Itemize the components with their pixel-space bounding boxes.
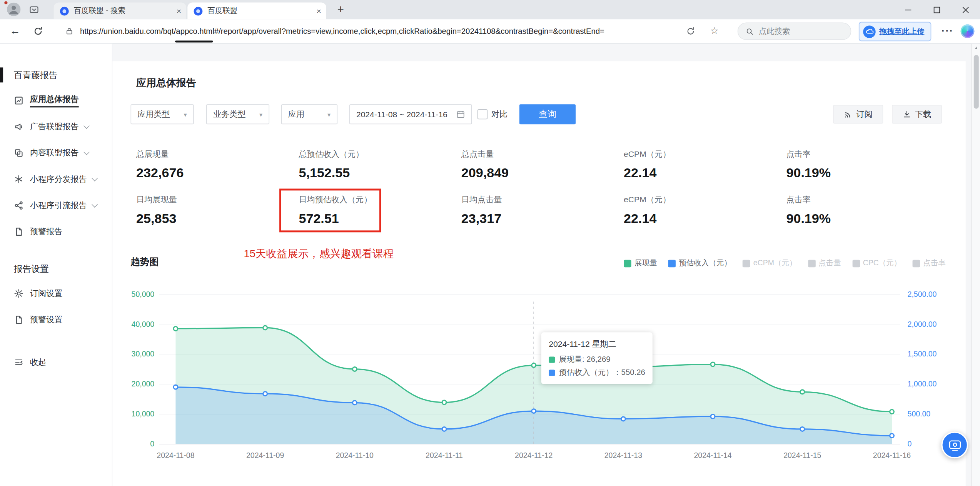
sidebar-item-alert[interactable]: 预警设置 xyxy=(0,307,112,333)
settings-more-icon[interactable]: ··· xyxy=(941,24,953,37)
trend-chart[interactable]: 010,00020,00030,00040,00050,0000500.001,… xyxy=(130,278,945,472)
svg-text:2024-11-16: 2024-11-16 xyxy=(873,451,911,459)
date-range-value: 2024-11-08 ~ 2024-11-16 xyxy=(356,110,447,119)
stat-label: eCPM（元） xyxy=(624,149,786,160)
stat-label: 点击率 xyxy=(786,194,948,205)
svg-text:2024-11-14: 2024-11-14 xyxy=(694,451,731,459)
legend-item[interactable]: 点击率 xyxy=(913,258,946,269)
tab-actions-icon[interactable] xyxy=(29,4,40,15)
sidebar-item-distribute[interactable]: 小程序分发报告 xyxy=(0,166,112,192)
chevron-down-icon xyxy=(83,123,90,129)
rss-icon xyxy=(844,110,853,119)
stat-label: 总预估收入（元） xyxy=(299,149,461,160)
stat-cell: 日均展现量25,853 xyxy=(136,194,299,226)
tab-close-icon[interactable]: × xyxy=(177,6,181,15)
favorite-star-icon[interactable]: ☆ xyxy=(708,24,720,37)
legend-item[interactable]: 展现量 xyxy=(624,258,657,269)
business-type-select[interactable]: 业务类型▾ xyxy=(206,104,269,124)
sidebar-item-label: 预警报告 xyxy=(30,226,62,237)
chevron-down-icon: ▾ xyxy=(327,111,331,118)
stat-label: 总展现量 xyxy=(136,149,299,160)
sidebar-item-label: 订阅设置 xyxy=(30,288,62,299)
tooltip-row: 展现量: 26,269 xyxy=(549,354,645,365)
sidebar-item-label: 小程序分发报告 xyxy=(30,174,87,185)
subscribe-button[interactable]: 订阅 xyxy=(833,105,883,124)
stat-cell: eCPM（元）22.14 xyxy=(624,149,786,181)
sidebar-item-gear[interactable]: 订阅设置 xyxy=(0,280,112,306)
download-icon xyxy=(903,110,912,119)
close-button[interactable] xyxy=(951,0,980,19)
chevron-down-icon: ▾ xyxy=(184,111,187,118)
stat-label: 日均点击量 xyxy=(461,194,624,205)
sidebar-item-alert[interactable]: 预警报告 xyxy=(0,219,112,245)
upload-badge-label: 拖拽至此上传 xyxy=(879,26,924,37)
legend-item[interactable]: eCPM（元） xyxy=(743,258,796,269)
address-bar-tool-icon[interactable] xyxy=(685,26,697,38)
legend-item[interactable]: CPC（元） xyxy=(852,258,901,269)
app-type-select[interactable]: 应用类型▾ xyxy=(130,104,194,124)
app-select[interactable]: 应用▾ xyxy=(281,104,337,124)
maximize-button[interactable] xyxy=(923,0,952,19)
legend-swatch xyxy=(668,260,676,267)
browser-tab[interactable]: 百度联盟 - 搜索× xyxy=(54,2,186,19)
active-section-marker xyxy=(0,67,3,82)
tab-close-icon[interactable]: × xyxy=(317,6,321,15)
sidebar-section-settings: 报告设置 xyxy=(14,263,49,275)
app-select-value: 应用 xyxy=(288,109,304,120)
stat-cell: eCPM（元）22.14 xyxy=(624,194,786,226)
sidebar-item-ad[interactable]: 广告联盟报告 xyxy=(0,114,112,140)
stat-value: 209,849 xyxy=(461,165,624,180)
new-tab-button[interactable]: + xyxy=(334,3,347,17)
legend-item[interactable]: 预估收入（元） xyxy=(668,258,731,269)
stat-cell: 日均点击量23,317 xyxy=(461,194,624,226)
back-icon[interactable]: ← xyxy=(9,25,21,37)
stat-value: 90.19% xyxy=(786,211,948,226)
legend-item[interactable]: 点击量 xyxy=(808,258,841,269)
search-box[interactable]: 点此搜索 xyxy=(738,22,851,40)
svg-text:0: 0 xyxy=(908,439,912,448)
highlight-annotation-box xyxy=(279,189,381,233)
business-type-select-value: 业务类型 xyxy=(213,109,245,120)
stat-cell: 总点击量209,849 xyxy=(461,149,624,181)
legend-swatch xyxy=(852,260,860,267)
browser-tab[interactable]: 百度联盟× xyxy=(187,2,326,19)
query-button[interactable]: 查询 xyxy=(519,104,576,124)
main-content: 应用总体报告 应用类型▾ 业务类型▾ 应用▾ 2024-11-08 ~ 2024… xyxy=(112,61,965,486)
sidebar-collapse-button[interactable]: 收起 xyxy=(14,353,46,371)
stat-value: 5,152.55 xyxy=(299,165,461,180)
date-range-picker[interactable]: 2024-11-08 ~ 2024-11-16 xyxy=(349,104,472,124)
sidebar-item-overview[interactable]: 应用总体报告 xyxy=(0,87,112,113)
sidebar-item-content[interactable]: 内容联盟报告 xyxy=(0,140,112,166)
trend-chart-canvas[interactable]: 010,00020,00030,00040,00050,0000500.001,… xyxy=(130,278,945,472)
stat-value: 23,317 xyxy=(461,211,624,226)
scrollbar-up-arrow[interactable]: ▲ xyxy=(972,46,980,50)
download-label: 下载 xyxy=(915,109,931,120)
site-info-icon[interactable] xyxy=(65,27,77,39)
content-icon xyxy=(14,148,24,158)
profile-avatar[interactable] xyxy=(7,2,21,16)
svg-text:2024-11-08: 2024-11-08 xyxy=(157,451,194,459)
copilot-icon[interactable] xyxy=(961,24,975,38)
overview-icon xyxy=(14,96,24,106)
download-button[interactable]: 下载 xyxy=(892,105,942,124)
sidebar-settings-list: 订阅设置预警设置 xyxy=(0,280,112,333)
stat-value: 22.14 xyxy=(624,211,786,226)
page-scrollbar[interactable]: ▲ xyxy=(971,44,980,486)
scrollbar-thumb[interactable] xyxy=(974,55,979,109)
cloud-upload-icon xyxy=(863,25,875,38)
upload-drop-badge[interactable]: 拖拽至此上传 xyxy=(859,22,931,41)
search-placeholder: 点此搜索 xyxy=(759,26,790,37)
address-bar[interactable]: https://union.baidu.com/bqt/appco.html#/… xyxy=(80,19,661,43)
compare-checkbox[interactable] xyxy=(477,109,487,119)
tab-favicon xyxy=(194,7,203,15)
svg-text:0: 0 xyxy=(150,439,154,448)
stat-value: 90.19% xyxy=(786,165,948,180)
legend-label: 展现量 xyxy=(634,258,657,269)
minimize-button[interactable] xyxy=(894,0,923,19)
legend-swatch xyxy=(913,260,920,267)
refresh-icon[interactable] xyxy=(32,26,45,38)
floating-widget-button[interactable] xyxy=(941,431,968,458)
sidebar-item-referral[interactable]: 小程序引流报告 xyxy=(0,192,112,218)
stat-value: 232,676 xyxy=(136,165,299,180)
alert-icon xyxy=(14,315,24,325)
